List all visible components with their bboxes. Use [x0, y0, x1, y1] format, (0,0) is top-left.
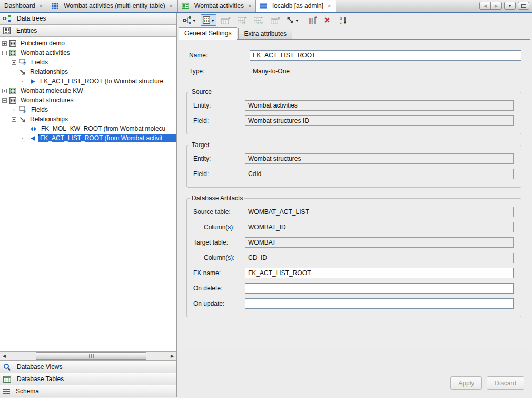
tree-item-fk-mol-kw-root[interactable]: FK_MOL_KW_ROOT (from Wombat molecu	[0, 124, 176, 133]
database-views-label: Database Views	[17, 363, 63, 371]
tree-item-fields[interactable]: + F Fields	[0, 57, 176, 67]
tree-item-label: Wombat activities	[19, 48, 72, 57]
promote-entity-button[interactable]	[269, 14, 282, 26]
data-trees-header[interactable]: Data trees	[0, 13, 176, 25]
scroll-right-icon[interactable]: ▶	[490, 2, 502, 10]
sort-button[interactable]: az	[337, 14, 349, 26]
tab-localdb[interactable]: localdb [as admin] ×	[256, 0, 336, 12]
close-icon[interactable]: ×	[40, 3, 43, 8]
database-artifacts-legend: Database Artifacts	[190, 195, 244, 202]
data-tree-icon	[3, 15, 11, 22]
tree-item-fields-2[interactable]: + F Fields	[0, 105, 176, 114]
on-delete-input[interactable]	[245, 283, 514, 294]
scroll-left-icon[interactable]: ◀	[479, 2, 491, 10]
fk-name-input[interactable]	[245, 268, 514, 278]
target-columns-row: Column(s):	[187, 253, 514, 263]
scrollbar-thumb[interactable]	[36, 352, 146, 360]
target-field-label: Field:	[187, 170, 245, 178]
source-table-input	[245, 207, 514, 217]
relationship-arrow-icon	[19, 69, 26, 75]
tree-item-wombat-molecule-kw[interactable]: + Wombat molecule KW	[0, 86, 176, 95]
dropdown-caret-icon	[211, 20, 214, 23]
apply-button[interactable]: Apply	[450, 376, 482, 390]
horizontal-scrollbar[interactable]: ◀ ▶	[0, 351, 176, 361]
schema-section[interactable]: Schema	[0, 385, 176, 397]
expand-icon[interactable]: +	[12, 60, 16, 65]
fk-name-row: FK name:	[187, 268, 514, 278]
close-icon[interactable]: ×	[328, 3, 331, 8]
fk-to-icon	[30, 79, 36, 84]
name-input[interactable]	[250, 50, 521, 61]
tree-item-fk-act-list-root-to[interactable]: FK_ACT_LIST_ROOT (to Wombat structure	[0, 76, 176, 86]
target-field-row: Field:	[187, 169, 514, 179]
tab-label: Extra attributes	[244, 30, 287, 37]
tree-item-relationships-2[interactable]: − Relationships	[0, 114, 176, 124]
fields-icon: F	[19, 59, 27, 66]
collapse-icon[interactable]: −	[12, 117, 16, 122]
main-window: Dashboard × Wombat activities (multi-ent…	[0, 0, 532, 397]
source-entity-label: Entity:	[187, 102, 245, 109]
collapse-icon[interactable]: −	[2, 51, 7, 55]
collapse-icon[interactable]: −	[2, 98, 7, 103]
type-label: Type:	[189, 67, 250, 75]
delete-button[interactable]	[322, 14, 332, 26]
tab-dashboard[interactable]: Dashboard ×	[0, 0, 47, 12]
tree-item-fk-act-list-root-from[interactable]: FK_ACT_LIST_ROOT (from Wombat activit	[0, 133, 176, 143]
close-icon[interactable]: ×	[170, 3, 173, 8]
discard-button[interactable]: Discard	[487, 376, 524, 390]
source-table-row: Source table:	[187, 207, 514, 217]
tab-list-dropdown-icon[interactable]: ▼	[504, 2, 516, 10]
scrollbar-track[interactable]	[8, 352, 168, 360]
expand-icon[interactable]: +	[2, 89, 7, 93]
svg-text:z: z	[340, 20, 342, 24]
form-view-icon	[182, 3, 189, 9]
new-merged-table-button[interactable]: a+b	[252, 14, 266, 26]
new-relationship-button[interactable]	[284, 14, 301, 26]
database-views-section[interactable]: Database Views	[0, 361, 176, 373]
expand-icon[interactable]: +	[12, 108, 16, 112]
tab-extra-attributes[interactable]: Extra attributes	[238, 28, 292, 39]
source-field-label: Field:	[187, 117, 245, 124]
tree-item-relationships[interactable]: − Relationships	[0, 67, 176, 76]
entities-header[interactable]: Entities	[0, 25, 176, 37]
scroll-left-icon[interactable]: ◀	[0, 354, 8, 358]
on-update-input[interactable]	[245, 298, 514, 309]
new-table-entity-button[interactable]	[219, 14, 233, 26]
relationship-editor-panel: ct a+b az	[177, 13, 532, 397]
tab-general-settings[interactable]: General Settings	[179, 27, 237, 40]
target-entity-input	[245, 153, 514, 164]
magnifier-icon	[3, 363, 11, 371]
new-data-tree-button[interactable]	[181, 14, 198, 26]
grid-table-icon	[52, 3, 58, 9]
tab-label: Dashboard	[4, 2, 35, 9]
expand-icon[interactable]: +	[2, 41, 7, 46]
on-delete-row: On delete:	[187, 283, 514, 294]
svg-text:F: F	[23, 61, 26, 66]
target-table-label: Target table:	[187, 239, 245, 246]
database-tables-section[interactable]: Database Tables	[0, 373, 176, 385]
maximize-icon[interactable]	[518, 2, 529, 10]
close-icon[interactable]: ×	[248, 3, 251, 8]
table-promote-icon	[271, 16, 280, 24]
collapse-icon[interactable]: −	[12, 70, 16, 74]
entities-icon	[3, 27, 11, 34]
type-row: Type:	[189, 66, 521, 76]
tab-wombat-activities-multi-entity[interactable]: Wombat activities (multi-entity table) ×	[47, 0, 178, 12]
entities-label: Entities	[16, 27, 37, 34]
svg-text:ct: ct	[242, 21, 245, 24]
table-grid-icon	[3, 376, 11, 383]
new-chemical-table-button[interactable]: ct	[235, 14, 249, 26]
source-entity-row: Entity:	[187, 100, 514, 111]
tab-label: localdb [as admin]	[272, 2, 323, 9]
tab-wombat-activities[interactable]: Wombat activities ×	[178, 0, 256, 12]
tree-item-wombat-structures[interactable]: − Wombat structures	[0, 95, 176, 105]
general-settings-form: Name: Type: Source Entity: Field:	[179, 39, 530, 350]
new-entity-button[interactable]	[201, 14, 216, 26]
scroll-right-icon[interactable]: ▶	[168, 354, 176, 358]
manage-columns-button[interactable]	[307, 14, 319, 26]
tree-item-wombat-activities[interactable]: − Wombat activities	[0, 48, 176, 57]
target-columns-label: Column(s):	[187, 254, 245, 261]
svg-text:F: F	[23, 109, 26, 113]
dropdown-caret-icon	[193, 20, 196, 23]
tree-item-pubchem-demo[interactable]: + Pubchem demo	[0, 38, 176, 48]
